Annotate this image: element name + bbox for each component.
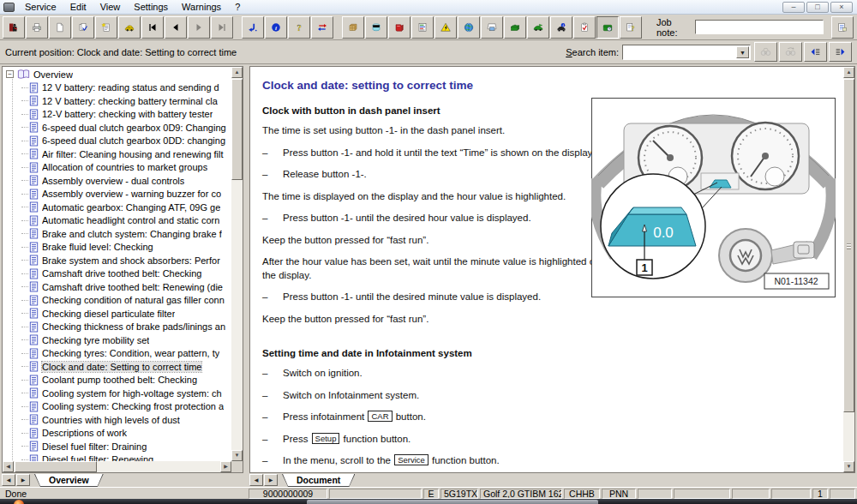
documents-check-button[interactable] [72,16,94,39]
tree-item[interactable]: Checking tyres: Condition, wear pattern,… [3,347,231,361]
scroll-down-icon[interactable]: ▼ [843,461,854,472]
info-button[interactable]: i [265,16,287,39]
job-note-open-button[interactable] [831,16,854,39]
maintenance-list-button[interactable] [411,16,434,39]
menu-settings[interactable]: Settings [127,1,175,13]
tree-item[interactable]: Brake fluid level: Checking [3,241,231,255]
tree-item[interactable]: Air filter: Cleaning housing and renewin… [3,147,231,161]
new-note-button[interactable] [95,16,117,39]
tree-item[interactable]: Allocation of countries to market groups [3,161,231,175]
new-document-button[interactable] [49,16,71,39]
service-data-button[interactable] [365,16,387,39]
previous-result-button[interactable] [804,42,827,62]
tree-item[interactable]: Countries with high levels of dust [3,413,231,427]
tab-scroll-left-icon[interactable]: ◀ [249,474,263,486]
toolbox-button[interactable] [504,16,526,39]
tree-item[interactable]: Checking tyre mobility set [3,333,231,347]
tree-item[interactable]: Descriptions of work [3,427,231,441]
next-result-button[interactable] [829,42,852,62]
tree-vscroll-thumb[interactable] [231,79,243,180]
tree-item[interactable]: Checking diesel particulate filter [3,307,231,321]
chevron-down-icon[interactable]: ▼ [736,46,749,58]
time-card-button[interactable] [596,16,619,39]
collapse-icon[interactable]: − [6,70,14,78]
swap-button[interactable] [311,16,333,39]
tree-item[interactable]: 12 V battery: reading status and sending… [3,81,231,95]
tree-item[interactable]: Automatic gearbox: Changing ATF, 09G ge [3,201,231,214]
tree-item[interactable]: Diesel fuel filter: Renewing [3,453,231,462]
tree-item[interactable]: Checking condition of natural gas filler… [3,294,231,308]
tree-vertical-scrollbar[interactable]: ▲ ▼ [231,67,243,461]
scroll-down-icon[interactable]: ▼ [231,450,243,461]
vehicle-export-button[interactable] [527,16,549,39]
nav-back-button[interactable] [165,16,187,39]
doc-help-button[interactable]: ? [620,16,642,39]
doc-list-item: –Press button -1- and hold it until the … [262,147,607,160]
scroll-left-icon[interactable]: ◀ [3,461,14,472]
menu-service[interactable]: Service [18,1,63,13]
tree-item[interactable]: Diesel fuel filter: Draining [3,440,231,453]
return-button[interactable] [242,16,264,39]
tree-item[interactable]: 12 V battery: checking battery terminal … [3,94,231,108]
exit-button[interactable] [3,16,25,39]
search-item-combobox[interactable]: ▼ [622,45,751,60]
tree-item[interactable]: Checking thickness of brake pads/linings… [3,321,231,334]
windows-taskbar[interactable] [0,499,857,504]
taskbar-button[interactable] [307,500,598,504]
online-button[interactable] [458,16,480,39]
doc-list-item: –Press infotainment CAR button. [262,411,607,424]
tab-scroll-right-icon[interactable]: ▶ [264,474,278,486]
vehicle-button[interactable] [118,16,141,39]
tree-item[interactable]: Camshaft drive toothed belt: Checking [3,267,231,281]
screen-button[interactable] [481,16,503,39]
document-vertical-scrollbar[interactable]: ▲ ▼ [843,67,854,472]
tree-item[interactable]: Coolant pump toothed belt: Checking [3,374,231,387]
tree-item[interactable]: 12-V battery: checking with battery test… [3,108,231,122]
tree-item[interactable]: Camshaft drive toothed belt: Renewing (d… [3,280,231,294]
nav-forward-button[interactable] [188,16,210,39]
nav-first-button[interactable] [141,16,164,39]
scroll-up-icon[interactable]: ▲ [843,67,854,78]
menu-edit[interactable]: Edit [63,1,93,13]
document-icon [29,95,39,106]
protocol-button[interactable] [573,16,596,39]
tab-document[interactable]: Document [283,474,354,486]
tree-item[interactable]: Clock and date: Setting to correct time [3,360,231,374]
print-button[interactable] [26,16,48,39]
tab-scroll-right-icon[interactable]: ▶ [16,474,30,486]
manuals-button[interactable] [388,16,411,39]
doc-vscroll-thumb[interactable] [843,79,854,412]
electrical-warning-button[interactable] [434,16,457,39]
close-button[interactable]: × [830,2,853,13]
help-button[interactable]: ? [288,16,310,39]
search-button[interactable] [754,42,777,62]
tab-overview[interactable]: Overview [35,474,103,486]
tree-hscroll-thumb[interactable] [15,461,97,472]
menu-help[interactable]: ? [228,1,247,13]
vehicle-info-button[interactable]: i [550,16,572,39]
minimize-button[interactable]: – [782,2,805,13]
nav-last-button[interactable] [211,16,233,39]
tree-item[interactable]: 6-speed dual clutch gearbox 0D9: Changin… [3,121,231,135]
tree-root-overview[interactable]: −Overview [3,68,231,81]
menu-warnings[interactable]: Warnings [175,1,228,13]
scroll-up-icon[interactable]: ▲ [231,67,243,78]
tree-item[interactable]: 6-speed dual clutch gearbox 0DD: changin… [3,135,231,148]
menu-view[interactable]: View [93,1,128,13]
start-orb-icon[interactable] [14,500,24,504]
restore-button[interactable]: □ [806,2,829,13]
parts-catalogue-button[interactable] [342,16,364,39]
tab-scroll-left-icon[interactable]: ◀ [2,474,15,486]
job-note-input[interactable] [695,20,824,34]
tree-horizontal-scrollbar[interactable]: ◀ ▶ [3,461,231,472]
tree-item[interactable]: Assembly overview - dual controls [3,174,231,188]
tree-item[interactable]: Assembly overview - warning buzzer for c… [3,188,231,201]
tree-item[interactable]: Brake and clutch system: Changing brake … [3,227,231,241]
tree-item[interactable]: Cooling system: Checking frost protectio… [3,400,231,414]
toolbox-icon [510,19,520,36]
search-again-button[interactable] [779,42,802,62]
tree-item[interactable]: Brake system and shock absorbers: Perfor [3,254,231,267]
tree-item[interactable]: Automatic headlight control and static c… [3,214,231,228]
tree-item[interactable]: Cooling system for high-voltage system: … [3,387,231,400]
scroll-right-icon[interactable]: ▶ [220,461,231,472]
